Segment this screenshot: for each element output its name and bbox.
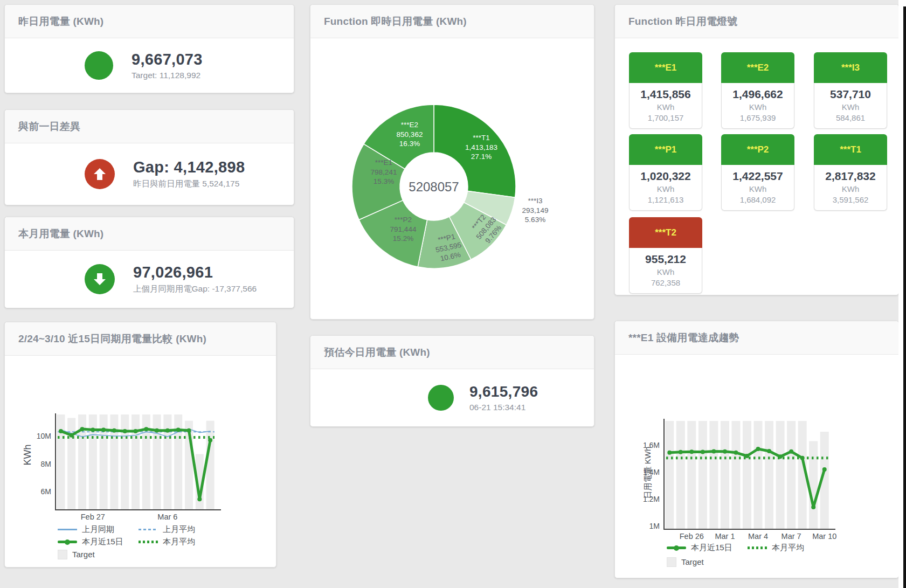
series-marker xyxy=(80,427,85,431)
panel-title-prev-day-gap: 與前一日差異 xyxy=(5,110,294,143)
tile-body: 537,710KWh584,861 xyxy=(814,83,887,129)
series-marker xyxy=(134,429,138,433)
e1-trend-legend: 本月近15日本月平均Target xyxy=(667,542,839,568)
legend-label: 本月平均 xyxy=(772,543,804,553)
legend-item[interactable]: Target xyxy=(58,549,139,560)
tile-target-value: 1,700,157 xyxy=(630,113,702,122)
series-marker xyxy=(197,497,202,501)
target-bar[interactable] xyxy=(665,421,674,529)
panel-title-estimate: 預估今日用電量 (KWh) xyxy=(310,336,594,369)
target-bar[interactable] xyxy=(676,421,685,529)
gap-value: Gap: 4,142,898 xyxy=(133,158,245,176)
series-marker xyxy=(800,456,805,460)
stat-text-block: Gap: 4,142,898 昨日與前日用電量 5,524,175 xyxy=(133,158,245,190)
tile-body: 1,020,322KWh1,121,613 xyxy=(629,165,702,211)
tile-value: 1,422,557 xyxy=(722,170,794,183)
series-marker xyxy=(679,450,683,454)
series-marker xyxy=(811,505,815,509)
target-bar[interactable] xyxy=(776,421,785,529)
legend-item[interactable]: Target xyxy=(667,556,748,568)
status-circle-icon xyxy=(85,51,113,80)
tile-target-value: 1,684,092 xyxy=(722,195,794,204)
yesterday-target: Target: 11,128,992 xyxy=(132,71,203,80)
target-bar[interactable] xyxy=(765,421,773,529)
target-bar[interactable] xyxy=(731,421,740,529)
legend-label: 上月同期 xyxy=(82,524,114,535)
legend-swatch-thick-icon xyxy=(58,541,77,543)
tile-value: 1,020,322 xyxy=(630,170,702,183)
legend-label: Target xyxy=(72,550,95,559)
tile-unit: KWh xyxy=(630,184,702,193)
legend-item[interactable]: 上月同期 xyxy=(58,524,139,535)
series-marker xyxy=(112,428,116,433)
target-bar[interactable] xyxy=(787,421,796,529)
tile-unit: KWh xyxy=(630,102,702,112)
target-bar[interactable] xyxy=(809,441,818,530)
scrollbar-thumb[interactable] xyxy=(903,6,906,588)
arrow-up-icon xyxy=(85,159,115,189)
tile-target-value: 1,675,939 xyxy=(722,113,794,122)
lamp-tile: ***E11,415,856KWh1,700,157 xyxy=(629,52,702,129)
target-bar[interactable] xyxy=(754,421,763,529)
legend-item[interactable]: 本月近15日 xyxy=(58,536,139,548)
x-tick-label: Mar 4 xyxy=(748,532,768,541)
panel-title-yesterday: 昨日用電量 (KWh) xyxy=(5,5,294,38)
panel-yesterday-usage: 昨日用電量 (KWh) 9,667,073 Target: 11,128,992 xyxy=(4,4,294,93)
lamp-tile: ***T12,817,832KWh3,591,562 xyxy=(814,134,887,211)
target-bar[interactable] xyxy=(121,414,129,510)
target-bar[interactable] xyxy=(743,421,751,529)
target-bar[interactable] xyxy=(709,421,718,529)
tile-header: ***P1 xyxy=(629,134,702,165)
y-axis-label: 日用電量 KWh xyxy=(643,447,652,499)
series-marker xyxy=(767,449,771,453)
series-marker xyxy=(176,427,181,432)
tile-header: ***I3 xyxy=(814,52,887,83)
tile-body: 1,415,856KWh1,700,157 xyxy=(629,83,702,129)
panel-title-comparison: 2/24~3/10 近15日同期用電量比較 (KWh) xyxy=(5,322,276,356)
gap-subtitle: 昨日與前日用電量 5,524,175 xyxy=(133,178,245,190)
estimate-stat: 9,615,796 06-21 15:34:41 xyxy=(310,369,594,426)
tile-body: 2,817,832KWh3,591,562 xyxy=(814,165,887,211)
x-tick-label: Mar 10 xyxy=(812,532,836,541)
legend-item[interactable]: 本月平均 xyxy=(748,542,839,554)
donut-chart[interactable]: ***T11,413,18327.1%***I3293,1495.63%***T… xyxy=(310,38,594,319)
series-marker xyxy=(91,427,95,432)
legend-item[interactable]: 本月平均 xyxy=(139,536,230,548)
panel-title-month: 本月用電量 (KWh) xyxy=(5,217,294,251)
series-marker xyxy=(723,449,727,454)
legend-label: 上月平均 xyxy=(163,524,195,535)
yesterday-stat: 9,667,073 Target: 11,128,992 xyxy=(5,38,294,93)
series-marker xyxy=(745,454,749,458)
stat-text-block: 9,667,073 Target: 11,128,992 xyxy=(132,51,203,80)
target-bar[interactable] xyxy=(132,414,140,510)
series-marker xyxy=(822,467,827,472)
legend-label: 本月平均 xyxy=(163,537,195,547)
tile-header: ***E1 xyxy=(629,52,702,83)
panel-title-text: 2/24~3/10 近15日同期用電量比較 (KWh) xyxy=(18,332,206,346)
series-marker xyxy=(756,447,760,451)
comparison-legend: 上月同期上月平均本月近15日本月平均Target xyxy=(58,524,230,560)
series-marker xyxy=(123,429,127,433)
target-bar[interactable] xyxy=(721,421,729,529)
target-bar[interactable] xyxy=(57,414,65,510)
series-marker xyxy=(155,428,159,433)
lamp-tile: ***E21,496,662KWh1,675,939 xyxy=(721,52,794,129)
panel-e1-trend: ***E1 設備用電達成趨勢 1M1.2M1.4M1.6MFeb 26Mar 1… xyxy=(614,321,899,578)
target-bar[interactable] xyxy=(698,421,707,529)
panel-title-text: Function 昨日用電燈號 xyxy=(628,15,737,29)
legend-item[interactable]: 上月平均 xyxy=(139,524,230,535)
legend-item[interactable]: 本月近15日 xyxy=(667,542,748,554)
target-bar[interactable] xyxy=(687,421,696,529)
tile-body: 1,496,662KWh1,675,939 xyxy=(721,83,794,129)
status-circle-icon xyxy=(428,385,454,411)
series-marker xyxy=(711,449,716,454)
lamp-tile: ***I3537,710KWh584,861 xyxy=(814,52,887,129)
x-tick-label: Feb 27 xyxy=(81,513,105,521)
panel-title-text: 昨日用電量 (KWh) xyxy=(18,15,103,29)
tile-header: ***T1 xyxy=(814,134,887,165)
y-tick-label: 1M xyxy=(649,522,660,530)
tile-target-value: 584,861 xyxy=(814,113,887,122)
tile-header: ***P2 xyxy=(721,134,794,165)
x-tick-label: Feb 26 xyxy=(680,532,704,541)
target-bar[interactable] xyxy=(206,421,215,510)
